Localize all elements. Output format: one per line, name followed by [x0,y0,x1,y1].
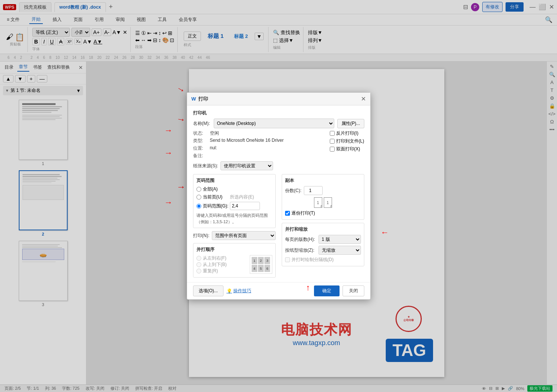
copies-title: 副本 [285,177,361,184]
zoom-section-title: 并打和缩放 [285,226,361,233]
paper-source-select[interactable]: 使用打印机设置 [220,161,273,170]
collation-title: 并打顺序 [196,246,272,253]
pages-per-sheet-select[interactable]: 1 版 [319,235,361,244]
copies-input[interactable] [304,186,323,195]
print-row: 打印(N): 范围中所有页面 [193,231,276,240]
comment-label: 备注: [193,153,210,159]
paper-source-label: 纸张来源(S): [193,163,218,169]
name-label: 名称(M): [193,120,214,127]
page-range-options: 全部(A) 当前页(U) 所选内容(E) 页码范围(G): [196,186,272,210]
all-label: 全部(A) [203,186,218,192]
duplex-print-checkbox[interactable] [330,147,335,152]
properties-btn[interactable]: 属性(P)... [337,119,364,128]
dialog-close-btn[interactable]: ✕ [361,95,366,102]
dialog-cancel-btn[interactable]: 关闭 [343,285,364,296]
pages-per-sheet-label: 每页的版数(H): [285,236,317,243]
printer-checkboxes: 反片打印(I) 打印到文件(L) 双面打印(X) [330,130,364,159]
status-value: 空闲 [210,130,219,137]
location-row: 位置: nul: [193,145,324,152]
location-value: nul: [210,145,217,152]
print-label: 打印(N): [193,233,210,239]
tips-link[interactable]: 💡 操作技巧 [226,288,251,294]
left-right-label: 从左到右(F) [203,255,226,261]
app-wrapper: WPS 找壳克模板 word教程 (新) .docx + ⊟ P 有修改 分享 … [0,0,557,392]
scale-select[interactable]: 无缩放 [319,246,361,255]
repeat-input[interactable] [196,269,201,273]
dialog-arrow-3: → [165,198,173,207]
name-row: 名称(M): OneNote (Desktop) 属性(P)... [193,119,364,128]
dialog-title-text: 打印 [198,96,208,102]
dialog-arrow-1: → [165,126,173,135]
location-label: 位置: [193,145,210,152]
copies-preview: 1 2 1 2 [285,197,361,208]
collation-section: 并打顺序 从左到右(F) 从上到下(B) [193,243,276,278]
type-row: 类型: Send to Microsoft OneNote 16 Driver [193,138,324,144]
duplex-print-check[interactable]: 双面打印(X) [330,146,364,152]
comment-row: 备注: [193,153,324,159]
repeat-radio[interactable]: 重复(R) [196,268,247,274]
print-to-file-checkbox[interactable] [330,139,335,144]
reverse-print-check[interactable]: 反片打印(I) [330,130,364,137]
copies-section: 副本 份数(C): 1 2 [282,174,364,220]
dialog-title-icon: W [192,96,196,102]
printer-info-area: 状态: 空闲 类型: Send to Microsoft OneNote 16 … [193,130,364,159]
page-range-title: 页码范围 [196,177,272,184]
page-range-radio[interactable]: 页码范围(G): [196,202,272,210]
status-label: 状态: [193,130,210,137]
options-btn[interactable]: 选项(O)... [193,285,223,296]
all-radio[interactable]: 全部(A) [196,186,272,192]
dialog-body: 打印机 名称(M): OneNote (Desktop) 属性(P)... 状态… [187,105,370,282]
scale-label: 按纸型缩放(Z): [285,247,317,254]
top-bottom-input[interactable] [196,262,201,267]
lightbulb-icon: 💡 [226,288,232,294]
scale-row: 按纸型缩放(Z): 无缩放 [285,246,361,255]
collation-options: 从左到右(F) 从上到下(B) 重复(R) [196,255,272,274]
dialog-footer: 选项(O)... 💡 操作技巧 确定 关闭 [187,282,370,299]
dialog-overlay: W 打印 ✕ 打印机 名称(M): OneNote (Desktop) 属性(P… [0,0,557,392]
print-to-file-label: 打印到文件(L) [336,138,364,144]
draw-borders-checkbox[interactable] [285,257,290,262]
footer-actions: 确定 关闭 [314,285,364,296]
left-right-radio[interactable]: 从左到右(F) [196,255,247,261]
copies-row: 份数(C): [285,186,361,195]
top-bottom-label: 从上到下(B) [203,261,227,268]
collate-label: 逐份打印(T) [291,210,315,216]
left-right-input[interactable] [196,256,201,261]
page-range-input[interactable] [230,202,260,210]
current-radio-input[interactable] [196,195,201,200]
ok-btn[interactable]: 确定 [314,285,340,296]
dialog-title-area: W 打印 [192,96,208,102]
collate-checkbox[interactable] [285,211,290,216]
draw-borders-check[interactable]: 并打时绘制分隔线(D) [285,257,361,263]
dialog-arrow-2: → [165,148,173,158]
dialog-titlebar: W 打印 ✕ [187,93,370,105]
printer-section-title: 打印机 [193,110,364,116]
print-dialog: W 打印 ✕ 打印机 名称(M): OneNote (Desktop) 属性(P… [187,92,371,300]
order-preview: 1 2 3 4 5 6 [250,255,272,274]
repeat-label: 重复(R) [203,268,218,274]
page-range-hint: 请键入页码和/或用逗号分隔的页码范围（例如：1,3,5-12）。 [196,212,272,225]
type-value: Send to Microsoft OneNote 16 Driver [210,138,284,144]
dialog-arrow-4: ← [381,228,389,237]
reverse-print-label: 反片打印(I) [336,130,358,137]
current-page-radio[interactable]: 当前页(U) 所选内容(E) [196,194,272,200]
draw-borders-label: 并打时绘制分隔线(D) [291,257,334,263]
collate-check[interactable]: 逐份打印(T) [285,210,361,216]
printer-left-info: 状态: 空闲 类型: Send to Microsoft OneNote 16 … [193,130,324,159]
right-options: 副本 份数(C): 1 2 [282,174,364,278]
left-options: 页码范围 全部(A) 当前页(U) 所选内容(E) [193,174,276,278]
zoom-section: 并打和缩放 每页的版数(H): 1 版 按纸型缩放(Z): 无缩放 [282,223,364,266]
print-to-file-check[interactable]: 打印到文件(L) [330,138,364,144]
type-label: 类型: [193,138,210,144]
collation-radio-group: 从左到右(F) 从上到下(B) 重复(R) [196,255,247,274]
range-radio-input[interactable] [196,204,201,209]
main-options-area: 页码范围 全部(A) 当前页(U) 所选内容(E) [193,174,364,278]
printer-select[interactable]: OneNote (Desktop) [214,119,334,128]
selection-label: 所选内容(E) [230,194,254,200]
top-bottom-radio[interactable]: 从上到下(B) [196,261,247,268]
print-select[interactable]: 范围中所有页面 [212,231,276,240]
status-row: 状态: 空闲 [193,130,324,137]
copies-label: 份数(C): [285,188,302,194]
reverse-print-checkbox[interactable] [330,131,335,136]
all-radio-input[interactable] [196,187,201,192]
